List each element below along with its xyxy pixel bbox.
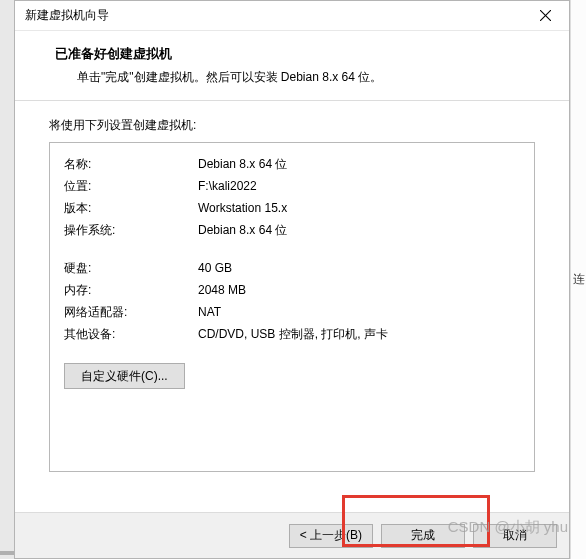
settings-row: 名称:Debian 8.x 64 位 — [64, 153, 520, 175]
window-title: 新建虚拟机向导 — [25, 7, 109, 24]
wizard-window: 新建虚拟机向导 已准备好创建虚拟机 单击"完成"创建虚拟机。然后可以安装 Deb… — [14, 0, 570, 559]
bg-right-char: 连 — [573, 271, 585, 288]
row-value: CD/DVD, USB 控制器, 打印机, 声卡 — [198, 323, 520, 345]
background-left-strip — [0, 0, 14, 559]
row-label: 操作系统: — [64, 219, 198, 241]
close-button[interactable] — [525, 2, 565, 30]
customize-hardware-button[interactable]: 自定义硬件(C)... — [64, 363, 185, 389]
back-button[interactable]: < 上一步(B) — [289, 524, 373, 548]
row-label: 版本: — [64, 197, 198, 219]
settings-row: 硬盘:40 GB — [64, 257, 520, 279]
settings-row: 版本:Workstation 15.x — [64, 197, 520, 219]
settings-row: 操作系统:Debian 8.x 64 位 — [64, 219, 520, 241]
bg-divider — [0, 551, 14, 555]
settings-row: 其他设备:CD/DVD, USB 控制器, 打印机, 声卡 — [64, 323, 520, 345]
row-label: 硬盘: — [64, 257, 198, 279]
header-subtitle: 单击"完成"创建虚拟机。然后可以安装 Debian 8.x 64 位。 — [55, 69, 541, 86]
row-label: 内存: — [64, 279, 198, 301]
row-label: 网络适配器: — [64, 301, 198, 323]
content-label: 将使用下列设置创建虚拟机: — [49, 117, 535, 134]
row-label: 位置: — [64, 175, 198, 197]
row-value: 40 GB — [198, 257, 520, 279]
background-right-strip: 连 — [570, 0, 586, 559]
close-icon — [540, 10, 551, 21]
wizard-header: 已准备好创建虚拟机 单击"完成"创建虚拟机。然后可以安装 Debian 8.x … — [15, 31, 569, 101]
settings-row: 网络适配器:NAT — [64, 301, 520, 323]
cancel-button[interactable]: 取消 — [473, 524, 557, 548]
settings-row: 内存:2048 MB — [64, 279, 520, 301]
row-value: Debian 8.x 64 位 — [198, 219, 520, 241]
settings-group-1: 名称:Debian 8.x 64 位位置:F:\kali2022版本:Works… — [64, 153, 520, 241]
group-spacer — [64, 241, 520, 257]
settings-group-2: 硬盘:40 GB内存:2048 MB网络适配器:NAT其他设备:CD/DVD, … — [64, 257, 520, 345]
row-label: 名称: — [64, 153, 198, 175]
row-value: NAT — [198, 301, 520, 323]
titlebar: 新建虚拟机向导 — [15, 1, 569, 31]
header-title: 已准备好创建虚拟机 — [55, 45, 541, 63]
row-value: Debian 8.x 64 位 — [198, 153, 520, 175]
settings-panel: 名称:Debian 8.x 64 位位置:F:\kali2022版本:Works… — [49, 142, 535, 472]
row-label: 其他设备: — [64, 323, 198, 345]
row-value: 2048 MB — [198, 279, 520, 301]
row-value: F:\kali2022 — [198, 175, 520, 197]
finish-button[interactable]: 完成 — [381, 524, 465, 548]
row-value: Workstation 15.x — [198, 197, 520, 219]
wizard-footer: < 上一步(B) 完成 取消 — [15, 512, 569, 558]
settings-row: 位置:F:\kali2022 — [64, 175, 520, 197]
wizard-content: 将使用下列设置创建虚拟机: 名称:Debian 8.x 64 位位置:F:\ka… — [15, 101, 569, 512]
